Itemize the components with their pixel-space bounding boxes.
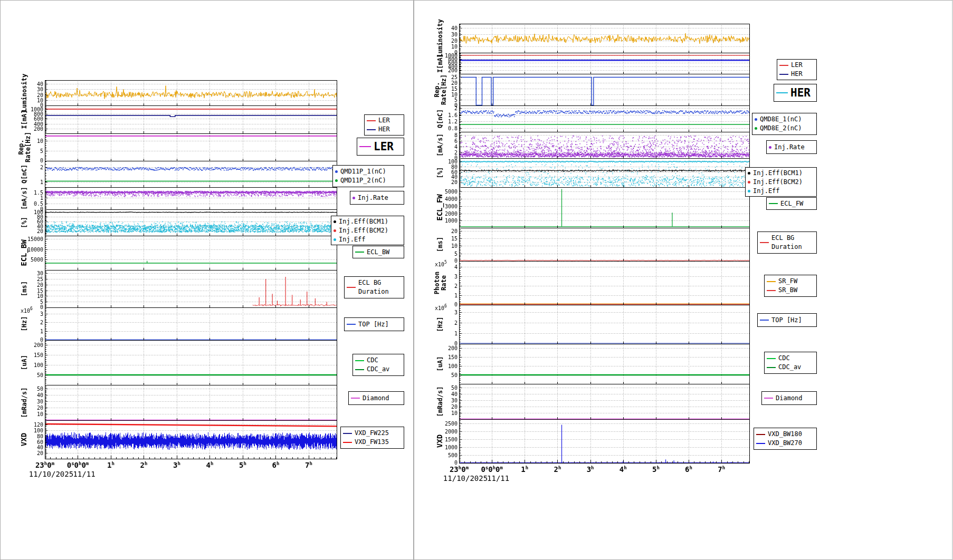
beam-monitor-root: LERHERLERQMD11P_1(nC)QMD11P_2(nC)Inj.Rat… [0, 0, 953, 560]
charts-canvas [0, 0, 953, 560]
